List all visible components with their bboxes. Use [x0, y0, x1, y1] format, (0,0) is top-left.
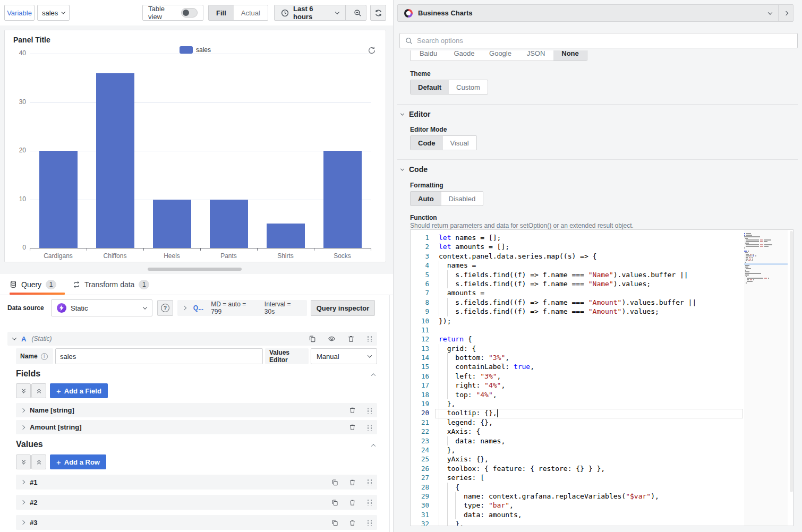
- chart-legend[interactable]: sales: [5, 46, 386, 54]
- datasource-select[interactable]: Static: [51, 299, 152, 316]
- time-controls: Last 6 hours: [274, 5, 366, 21]
- delete-field-icon[interactable]: [349, 424, 356, 431]
- formatting-auto[interactable]: Auto: [411, 192, 441, 205]
- horizontal-scrollbar[interactable]: [148, 268, 242, 271]
- field-label: Name [string]: [30, 406, 74, 414]
- collapse-values-icon[interactable]: [371, 444, 376, 448]
- delete-query-icon[interactable]: [347, 335, 355, 342]
- row-label: #3: [30, 519, 37, 527]
- code-line: data: names,: [439, 436, 742, 445]
- code-line: [439, 325, 742, 334]
- query-row-header[interactable]: A (Static): [7, 332, 377, 346]
- hide-query-icon[interactable]: [328, 335, 336, 342]
- theme-custom[interactable]: Custom: [449, 80, 488, 94]
- line-number: 15: [411, 362, 435, 371]
- line-number: 9: [411, 307, 435, 316]
- drag-handle[interactable]: [366, 519, 372, 526]
- map-option-baidu[interactable]: Baidu: [411, 50, 446, 61]
- zoom-out-button[interactable]: [350, 5, 366, 20]
- line-number: 10: [411, 316, 435, 325]
- bar-shirts[interactable]: [267, 224, 305, 248]
- code-line: names =: [439, 261, 742, 270]
- chart-restore-button[interactable]: [368, 46, 376, 55]
- static-datasource-icon: [57, 303, 66, 313]
- delete-row-icon[interactable]: [349, 479, 356, 486]
- variable-select[interactable]: sales: [37, 5, 70, 21]
- tab-transform-data[interactable]: Transform data 1: [73, 274, 149, 295]
- drag-handle[interactable]: [366, 424, 372, 431]
- datasource-help-button[interactable]: ?: [157, 300, 173, 316]
- fill-option[interactable]: Fill: [209, 5, 234, 20]
- chevron-down-icon: [400, 111, 404, 115]
- field-row-name[interactable]: Name [string]: [16, 403, 377, 417]
- options-search-input[interactable]: [417, 37, 792, 45]
- drag-handle[interactable]: [366, 479, 372, 485]
- delete-row-icon[interactable]: [349, 519, 356, 526]
- code-scrollbar[interactable]: [790, 231, 793, 492]
- variable-button[interactable]: Variable: [4, 5, 35, 21]
- bar-chiffons[interactable]: [96, 73, 134, 248]
- drag-handle[interactable]: [366, 499, 372, 505]
- bar-pants[interactable]: [210, 200, 248, 248]
- query-inspector-button[interactable]: Query inspector: [311, 300, 375, 316]
- formatting-disabled[interactable]: Disabled: [441, 192, 483, 205]
- collapse-query-icon[interactable]: [12, 336, 16, 340]
- map-option-gaode[interactable]: Gaode: [446, 50, 482, 61]
- theme-default[interactable]: Default: [411, 80, 449, 94]
- drag-handle[interactable]: [366, 336, 372, 342]
- drag-handle[interactable]: [366, 407, 372, 414]
- duplicate-query-icon[interactable]: [309, 335, 316, 342]
- x-axis-category-label: Cardigans: [30, 252, 87, 260]
- visualization-select[interactable]: Business Charts: [398, 5, 778, 21]
- value-row-3[interactable]: #3: [16, 515, 377, 530]
- query-options-bar[interactable]: Q... MD = auto = 799 Interval = 30s: [177, 300, 307, 316]
- interval-text: Interval = 30s: [265, 301, 302, 315]
- value-row-1[interactable]: #1: [16, 475, 377, 490]
- options-search[interactable]: [399, 33, 798, 48]
- line-number: 12: [411, 334, 435, 344]
- expand-all-rows-button[interactable]: [31, 454, 46, 469]
- editor-mode-code[interactable]: Code: [411, 136, 443, 150]
- chevron-down-icon: [368, 353, 372, 357]
- code-section-header[interactable]: Code: [401, 165, 428, 174]
- code-editor[interactable]: 1234567891011121314151617181920212223242…: [410, 229, 794, 526]
- collapse-fields-icon[interactable]: [371, 373, 376, 377]
- map-option-google[interactable]: Google: [482, 50, 518, 61]
- duplicate-row-icon[interactable]: [331, 519, 338, 526]
- duplicate-row-icon[interactable]: [331, 479, 338, 486]
- add-row-button[interactable]: + Add a Row: [50, 454, 106, 469]
- editor-mode-visual[interactable]: Visual: [443, 136, 476, 150]
- collapse-all-fields-button[interactable]: [16, 383, 31, 398]
- expand-all-fields-button[interactable]: [31, 383, 46, 398]
- refresh-button[interactable]: [370, 5, 386, 21]
- bar-heels[interactable]: [153, 200, 191, 248]
- collapse-all-rows-button[interactable]: [16, 454, 31, 469]
- chevron-down-icon: [400, 167, 404, 170]
- delete-field-icon[interactable]: [349, 407, 356, 414]
- map-option-none[interactable]: None: [553, 50, 587, 61]
- field-row-amount[interactable]: Amount [string]: [16, 420, 377, 434]
- time-range-picker[interactable]: Last 6 hours: [275, 5, 346, 20]
- legend-marker: [180, 46, 193, 54]
- bar-socks[interactable]: [323, 151, 362, 248]
- collapse-options-button[interactable]: [778, 5, 793, 21]
- editor-section-header[interactable]: Editor: [401, 110, 430, 118]
- table-view-toggle[interactable]: [181, 8, 198, 18]
- y-axis-tick-label: 0: [5, 244, 26, 251]
- code-line: toolbox: { feature: { restore: {} } },: [439, 464, 742, 473]
- query-options-toggle[interactable]: Q...: [193, 304, 203, 312]
- chevron-right-icon: [21, 520, 25, 525]
- delete-row-icon[interactable]: [349, 499, 356, 506]
- tab-query[interactable]: Query 1: [10, 274, 56, 295]
- plus-icon: +: [56, 458, 61, 467]
- bar-cardigans[interactable]: [39, 151, 78, 248]
- map-option-json[interactable]: JSON: [518, 50, 553, 61]
- add-field-button[interactable]: + Add a Field: [50, 383, 108, 398]
- value-row-2[interactable]: #2: [16, 495, 377, 510]
- code-minimap[interactable]: [744, 230, 788, 526]
- values-editor-select[interactable]: Manual: [311, 348, 377, 364]
- name-input[interactable]: [55, 348, 263, 364]
- actual-option[interactable]: Actual: [234, 5, 268, 20]
- duplicate-row-icon[interactable]: [331, 499, 338, 506]
- transform-icon: [73, 281, 80, 288]
